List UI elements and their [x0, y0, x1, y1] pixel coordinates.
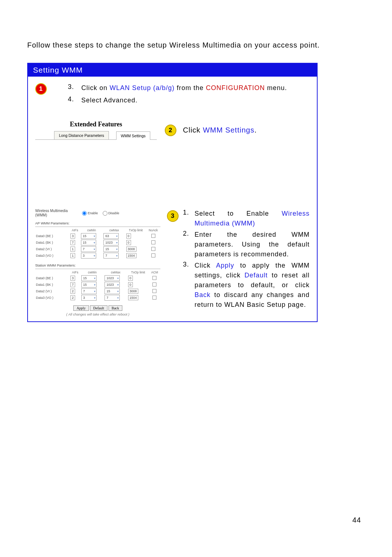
- cwmin-select[interactable]: 3▾: [81, 253, 96, 259]
- step-1-item-4: 4. Select Advanced.: [67, 95, 310, 105]
- tab-long-distance[interactable]: Long Distance Parameters: [54, 131, 109, 139]
- th-cwmax: cwMax: [104, 270, 127, 275]
- table-row: Data2 (VI )27▾15▾3008: [35, 288, 160, 294]
- cwmax-select[interactable]: 1023▾: [103, 240, 119, 245]
- extended-features-panel: Extended Features Long Distance Paramete…: [35, 121, 157, 140]
- chevron-down-icon: ▾: [94, 277, 95, 280]
- cwmax-select[interactable]: 63▾: [103, 233, 119, 239]
- th-cwmin: cwMin: [81, 270, 104, 275]
- aifs-input[interactable]: 7: [70, 282, 75, 287]
- text: from the: [175, 84, 206, 92]
- step-2-text: Click WMM Settings.: [183, 126, 257, 134]
- th-cwmin: cwMin: [80, 228, 103, 233]
- cwmax-select[interactable]: 7▾: [105, 295, 120, 301]
- chevron-down-icon: ▾: [116, 248, 118, 251]
- step-number: 3.: [183, 261, 189, 310]
- row-name: Data0 (BE ): [35, 275, 70, 281]
- aifs-input[interactable]: 1: [70, 253, 75, 258]
- cwmin-select[interactable]: 15▾: [81, 240, 96, 245]
- step-1-row: 1 3. Click on WLAN Setup (a/b/g) from th…: [35, 80, 310, 108]
- cwmin-select[interactable]: 3▾: [81, 295, 97, 301]
- link-text: Back: [195, 291, 211, 298]
- txop-input[interactable]: 1504: [126, 253, 136, 258]
- wmm-enable-radio[interactable]: [82, 211, 87, 216]
- cwmin-select[interactable]: 7▾: [81, 288, 97, 294]
- text: Click on: [81, 84, 110, 92]
- cwmin-select[interactable]: 7▾: [81, 246, 96, 252]
- ap-wmm-table: AIFs cwMin cwMax TxOp limit NoAck Data0 …: [35, 228, 160, 259]
- sta-wmm-table: AIFs cwMin cwMax TxOp limit ACM Data0 (B…: [35, 270, 160, 301]
- step-text: Select to Enable Wireless Multimedia (WM…: [195, 209, 310, 228]
- checkbox[interactable]: [152, 282, 156, 286]
- wmm-disable-radio[interactable]: [103, 211, 107, 216]
- txop-input[interactable]: 0: [126, 240, 131, 245]
- back-button[interactable]: Back: [109, 305, 123, 311]
- row-name: Data1 (BK ): [35, 239, 70, 246]
- text: Enter the desired WMM parameters. Using …: [195, 231, 310, 258]
- cwmin-select[interactable]: 15▾: [81, 233, 96, 239]
- step-badge-1: 1: [35, 83, 47, 95]
- step-number: 3.: [67, 83, 74, 93]
- chevron-down-icon: ▾: [117, 296, 119, 300]
- txop-input[interactable]: 3008: [126, 247, 136, 252]
- step-2-row: Extended Features Long Distance Paramete…: [35, 121, 310, 140]
- text: .: [254, 126, 257, 134]
- checkbox[interactable]: [151, 253, 155, 257]
- apply-button[interactable]: Apply: [73, 305, 89, 311]
- step-1-item-3: 3. Click on WLAN Setup (a/b/g) from the …: [67, 83, 310, 93]
- chevron-down-icon: ▾: [94, 241, 95, 244]
- aifs-input[interactable]: 1: [70, 247, 75, 252]
- cwmin-select[interactable]: 15▾: [81, 275, 97, 281]
- aifs-input[interactable]: 3: [70, 233, 75, 239]
- disable-label: Disable: [108, 211, 119, 215]
- table-row: Data1 (BK )715▾1023▾0: [35, 281, 160, 288]
- tab-wmm-settings[interactable]: WMM Settings: [116, 131, 150, 140]
- checkbox[interactable]: [151, 240, 155, 244]
- cwmin-select[interactable]: 15▾: [81, 282, 97, 288]
- checkbox[interactable]: [151, 247, 155, 251]
- chevron-down-icon: ▾: [94, 235, 95, 238]
- checkbox[interactable]: [151, 234, 155, 238]
- step-text: Select Advanced.: [81, 95, 310, 105]
- cwmax-select[interactable]: 1023▾: [105, 275, 120, 281]
- txop-input[interactable]: 0: [126, 233, 131, 239]
- th-aifs: AIFs: [70, 228, 80, 233]
- cwmax-select[interactable]: 15▾: [105, 288, 120, 294]
- step-text: Click on WLAN Setup (a/b/g) from the CON…: [81, 83, 310, 93]
- list-item: 1.Select to Enable Wireless Multimedia (…: [183, 209, 310, 228]
- cwmax-select[interactable]: 1023▾: [105, 282, 120, 288]
- text: to discard any changes and return to WLA…: [195, 291, 310, 308]
- table-row: Data0 (BE )315▾1023▾0: [35, 275, 160, 281]
- list-item: 3.Click Apply to apply the WMM settings,…: [183, 261, 310, 310]
- step-3-row: Wireless Multimedia (WMM) Enable Disable…: [35, 209, 310, 316]
- checkbox[interactable]: [152, 276, 156, 280]
- th-noack: NoAck: [146, 228, 160, 233]
- default-button[interactable]: Default: [90, 305, 107, 311]
- chevron-down-icon: ▾: [94, 248, 95, 251]
- wlan-setup-link: WLAN Setup (a/b/g): [110, 84, 175, 92]
- row-name: Data1 (BK ): [35, 281, 70, 288]
- aifs-input[interactable]: 7: [70, 240, 75, 245]
- cwmax-select[interactable]: 15▾: [103, 246, 119, 252]
- chevron-down-icon: ▾: [117, 277, 119, 280]
- checkbox[interactable]: [152, 296, 156, 300]
- reboot-note: ( All changes will take effect after reb…: [35, 312, 160, 316]
- row-name: Data2 (VI ): [35, 288, 70, 294]
- txop-input[interactable]: 0: [128, 282, 133, 287]
- table-row: Data2 (VI )17▾15▾3008: [35, 246, 160, 252]
- aifs-input[interactable]: 2: [70, 289, 75, 294]
- aifs-input[interactable]: 3: [70, 276, 75, 281]
- row-name: Data3 (VO ): [35, 294, 70, 301]
- wmm-group-label: Wireless Multimedia (WMM): [35, 209, 77, 217]
- wmm-config-panel: Wireless Multimedia (WMM) Enable Disable…: [35, 209, 160, 316]
- cwmax-select[interactable]: 7▾: [103, 253, 119, 259]
- step-text: Click Apply to apply the WMM settings, c…: [195, 261, 310, 310]
- txop-input[interactable]: 1504: [128, 295, 138, 300]
- step-badge-3: 3: [167, 210, 179, 222]
- txop-input[interactable]: 0: [128, 276, 133, 281]
- txop-input[interactable]: 3008: [128, 289, 138, 294]
- th-cwmax: cwMax: [103, 228, 125, 233]
- step-badge-2: 2: [165, 125, 176, 136]
- checkbox[interactable]: [152, 289, 156, 293]
- aifs-input[interactable]: 2: [70, 295, 75, 300]
